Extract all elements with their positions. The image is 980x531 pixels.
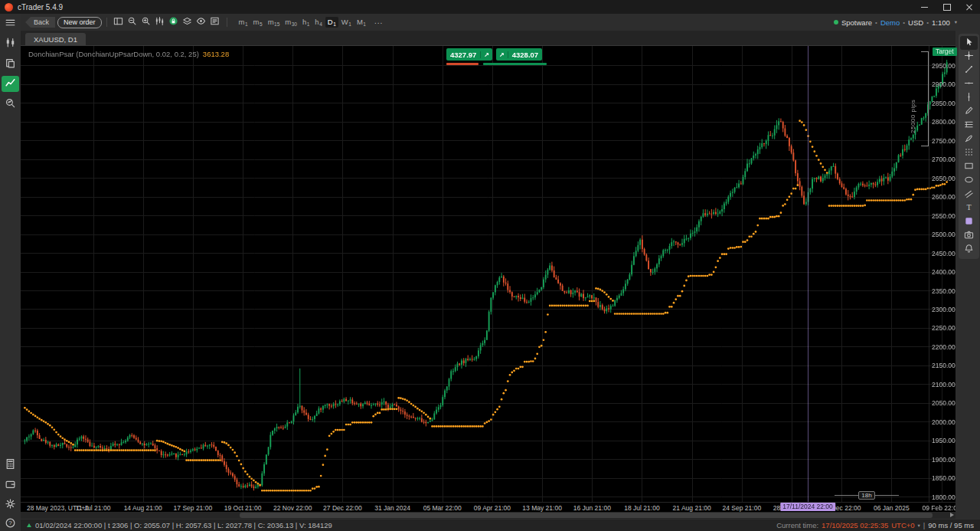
account-selector[interactable]: Spotware•Demo•USD•1:100▾ xyxy=(834,18,957,27)
tool-trend-line[interactable] xyxy=(960,64,978,77)
tool-fibonacci[interactable] xyxy=(960,119,978,133)
tool-brush[interactable] xyxy=(960,133,978,146)
wallet-icon xyxy=(5,478,16,493)
close-button[interactable] xyxy=(958,0,980,14)
timeframe-d1[interactable]: D1 xyxy=(325,17,338,28)
layout-button[interactable] xyxy=(112,16,126,28)
timeframe-h1[interactable]: h1 xyxy=(300,17,312,28)
latency-readout: 90 ms / 95 ms xyxy=(928,521,974,529)
timeframe-w1[interactable]: W1 xyxy=(339,17,354,28)
sidebar-item-calculator[interactable] xyxy=(2,457,19,474)
sidebar-item-trade-watch[interactable] xyxy=(2,36,19,52)
indicator-label[interactable]: DonchianPsar (DonchianUpPsarDown, 0.02, … xyxy=(28,50,229,58)
pencil-icon xyxy=(964,105,974,119)
settings-gear-icon xyxy=(5,498,16,513)
timezone-caret-icon[interactable]: ▾ xyxy=(918,523,920,529)
tool-camera[interactable] xyxy=(960,229,978,243)
tool-ellipse[interactable] xyxy=(960,174,978,188)
account-type: Demo xyxy=(880,18,900,27)
zoom-in-icon xyxy=(141,15,151,29)
tool-horizontal-line[interactable] xyxy=(960,77,978,91)
connection-status-icon xyxy=(834,20,838,25)
sidebar-item-menu[interactable] xyxy=(2,16,19,32)
right-panel: T xyxy=(956,31,980,519)
crosshair-icon xyxy=(964,50,974,64)
current-time-value: 17/10/2025 02:25:35 xyxy=(822,521,888,529)
target-price-label[interactable]: Target xyxy=(933,48,957,56)
time-axis-label: 27 Dec 22:00 xyxy=(323,504,362,512)
back-button[interactable]: Back xyxy=(25,17,55,28)
scrollbar-right-arrow-icon[interactable] xyxy=(950,513,954,517)
rectangle-icon xyxy=(964,160,974,174)
buy-button[interactable]: ↗ 4328.07 xyxy=(496,48,542,61)
timeframe-m30[interactable]: m30 xyxy=(283,17,299,28)
drawing-toolbar: T xyxy=(959,34,979,259)
visibility-eye-button[interactable] xyxy=(194,16,208,28)
current-time-label: Current time: xyxy=(776,521,818,529)
tool-color-swatch[interactable] xyxy=(960,215,978,229)
tool-crosshair[interactable] xyxy=(960,50,978,64)
tool-text[interactable]: T xyxy=(960,202,978,215)
sidebar-item-settings-gear[interactable] xyxy=(2,497,19,513)
tab-xauusd-d1[interactable]: XAUUSD, D1 xyxy=(25,33,86,46)
sidebar-item-copy-trading[interactable] xyxy=(2,57,19,73)
chart-tab-bar: XAUUSD, D1 xyxy=(21,31,956,46)
account-currency: USD xyxy=(908,18,923,27)
timeframe-h4[interactable]: h4 xyxy=(312,17,324,28)
timeframe-m15[interactable]: m15 xyxy=(266,17,283,28)
tool-vertical-line[interactable] xyxy=(960,91,978,105)
sidebar-item-wallet[interactable] xyxy=(2,477,19,493)
sidebar-item-help[interactable]: ? xyxy=(2,516,19,531)
sidebar-item-charts[interactable] xyxy=(2,76,19,92)
layout-icon xyxy=(113,15,123,29)
timeframe-m1[interactable]: m1 xyxy=(237,17,250,28)
maximize-button[interactable] xyxy=(936,0,958,14)
tool-rectangle[interactable] xyxy=(960,160,978,174)
text-icon: T xyxy=(964,202,974,215)
vertical-line-icon xyxy=(964,91,974,105)
help-icon: ? xyxy=(5,517,16,531)
spread-underline-sell xyxy=(446,63,479,65)
zoom-out-button[interactable] xyxy=(126,16,139,28)
timeframe-m1[interactable]: M1 xyxy=(354,17,368,28)
tool-alert-bell[interactable] xyxy=(960,243,978,257)
channel-icon xyxy=(964,188,974,202)
minimize-button[interactable] xyxy=(913,0,936,14)
time-axis-label: 06 Jan 2025 xyxy=(874,504,910,512)
chart-type-button[interactable] xyxy=(153,16,167,28)
chart-area: DonchianPsar (DonchianUpPsarDown, 0.02, … xyxy=(21,46,956,512)
chart-settings-button[interactable] xyxy=(208,16,222,28)
sell-button[interactable]: 4327.97 ↗ xyxy=(446,48,492,61)
horizontal-scrollbar[interactable] xyxy=(21,512,956,519)
scrollbar-thumb[interactable] xyxy=(240,513,933,518)
quick-trade-icon xyxy=(168,15,178,29)
buy-price: 4328.07 xyxy=(508,51,542,59)
more-options-button[interactable]: ... xyxy=(374,17,383,25)
timeframe-selector: m1m5m15m30h1h4D1W1M1 xyxy=(237,17,368,28)
ohlc-readout: 01/02/2024 22:00:00 | t 2306 | O: 2055.0… xyxy=(35,521,332,529)
zoom-in-button[interactable] xyxy=(139,16,153,28)
objects-layers-button[interactable] xyxy=(181,16,194,28)
tool-pencil[interactable] xyxy=(960,105,978,119)
tool-dot-grid[interactable] xyxy=(960,146,978,160)
tool-cursor[interactable] xyxy=(960,36,978,50)
new-order-button[interactable]: New order xyxy=(57,17,102,28)
time-axis-label: 24 Sep 21:00 xyxy=(723,504,762,512)
status-bullish-icon xyxy=(27,523,31,527)
tool-channel[interactable] xyxy=(960,188,978,202)
price-axis-border xyxy=(929,46,929,502)
trend-line-icon xyxy=(964,64,974,77)
timezone-value[interactable]: UTC+0 xyxy=(891,521,914,529)
price-chart-canvas[interactable] xyxy=(21,46,956,502)
time-axis-label: 21 Aug 21:00 xyxy=(673,504,711,512)
account-dropdown-icon: ▾ xyxy=(955,19,957,25)
tab-label: XAUUSD, D1 xyxy=(34,35,77,44)
sidebar-item-analyze[interactable] xyxy=(2,97,19,113)
countdown-wing-left xyxy=(835,495,858,496)
ctrader-logo-icon xyxy=(5,3,13,11)
toolbar-divider xyxy=(106,18,107,27)
quick-trade-button[interactable] xyxy=(167,16,181,28)
fibonacci-icon xyxy=(964,119,974,133)
timeframe-m5[interactable]: m5 xyxy=(251,17,265,28)
account-separator: • xyxy=(926,19,929,26)
